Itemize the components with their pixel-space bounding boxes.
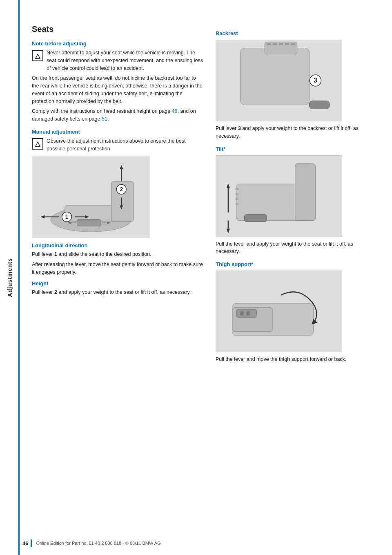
thigh-support-image <box>216 271 342 352</box>
warning-icon-1: △ <box>32 50 43 61</box>
sidebar-label: Adjustments <box>7 258 13 297</box>
warning-block-1: △ Never attempt to adjust your seat whil… <box>32 49 203 72</box>
svg-rect-31 <box>310 101 330 109</box>
svg-rect-48 <box>241 311 244 316</box>
lever-2-ref: 2 <box>54 289 57 295</box>
svg-rect-27 <box>273 43 277 45</box>
svg-rect-43 <box>236 202 239 204</box>
page-container: Adjustments Seats Note before adjusting … <box>0 0 392 555</box>
footer-text: Online Edition for Part no. 01 40 2 606 … <box>36 541 160 546</box>
tilt-image <box>216 155 342 237</box>
warning-text-1: Never attempt to adjust your seat while … <box>47 49 203 72</box>
footer-bar <box>31 539 32 547</box>
main-content: Seats Note before adjusting △ Never atte… <box>20 0 392 555</box>
thigh-support-title: Thigh support* <box>216 261 371 267</box>
note-head-restraint-text: Comply with the instructions on head res… <box>32 108 172 114</box>
svg-rect-26 <box>267 43 271 45</box>
warning-text-2: On the front passenger seat as well, do … <box>32 74 203 105</box>
left-column: Seats Note before adjusting △ Never atte… <box>32 25 203 539</box>
svg-rect-49 <box>247 311 250 316</box>
long-text-2: and slide the seat to the desired positi… <box>57 251 151 257</box>
svg-text:2: 2 <box>120 186 123 192</box>
svg-rect-34 <box>295 163 316 220</box>
warning-icon-manual: △ <box>32 138 43 150</box>
page-51-link[interactable]: 51 <box>102 116 107 122</box>
note-head-restraint: Comply with the instructions on head res… <box>32 107 203 123</box>
right-column: Backrest 3 <box>216 25 371 539</box>
svg-rect-29 <box>285 43 289 45</box>
backrest-image: 3 <box>216 40 342 121</box>
longitudinal-direction-text2: After releasing the lever, move the seat… <box>32 261 203 276</box>
svg-rect-42 <box>236 197 239 199</box>
lever-1-ref: 1 <box>54 251 57 257</box>
svg-rect-16 <box>77 220 101 226</box>
svg-rect-39 <box>245 214 267 222</box>
height-text-2: and apply your weight to the seat or lif… <box>57 289 191 295</box>
svg-rect-40 <box>236 188 239 190</box>
svg-rect-41 <box>236 193 239 195</box>
manual-adjustment-title: Manual adjustment <box>32 129 203 135</box>
height-title: Height <box>32 280 203 286</box>
backrest-title: Backrest <box>216 30 371 36</box>
svg-rect-30 <box>291 43 295 45</box>
height-text-1: Pull lever <box>32 289 54 295</box>
thigh-support-text: Pull the lever and move the thigh suppor… <box>216 356 371 363</box>
long-text-1: Pull lever <box>32 251 54 257</box>
longitudinal-direction-text: Pull lever 1 and slide the seat to the d… <box>32 251 203 258</box>
sidebar: Adjustments <box>0 0 20 555</box>
warning-text-manual: Observe the adjustment instructions abov… <box>47 137 203 153</box>
tilt-title: Tilt* <box>216 146 371 152</box>
height-text: Pull lever 2 and apply your weight to th… <box>32 289 203 296</box>
page-48-link[interactable]: 48 <box>172 108 178 114</box>
page-number: 46 <box>22 540 28 546</box>
svg-rect-28 <box>279 43 283 45</box>
page-footer: 46 Online Edition for Part no. 01 40 2 6… <box>0 539 392 547</box>
lever-3-ref: 3 <box>238 125 241 131</box>
svg-text:3: 3 <box>314 77 317 84</box>
svg-rect-22 <box>241 48 310 105</box>
svg-rect-47 <box>236 309 257 318</box>
backrest-text-1: Pull lever <box>216 125 238 131</box>
note-end-text: . <box>107 116 109 122</box>
warning-block-manual: △ Observe the adjustment instructions ab… <box>32 137 203 153</box>
sidebar-bar <box>18 0 20 555</box>
tilt-text: Pull the lever and apply your weight to … <box>216 240 371 256</box>
note-before-adjusting-title: Note before adjusting <box>32 40 203 47</box>
longitudinal-direction-title: Longitudinal direction <box>32 242 203 248</box>
backrest-text: Pull lever 3 and apply your weight to th… <box>216 125 371 140</box>
page-title: Seats <box>32 25 203 34</box>
svg-rect-2 <box>65 206 118 222</box>
svg-text:1: 1 <box>65 214 69 220</box>
seat-adjustment-image: 1 2 <box>32 157 150 238</box>
